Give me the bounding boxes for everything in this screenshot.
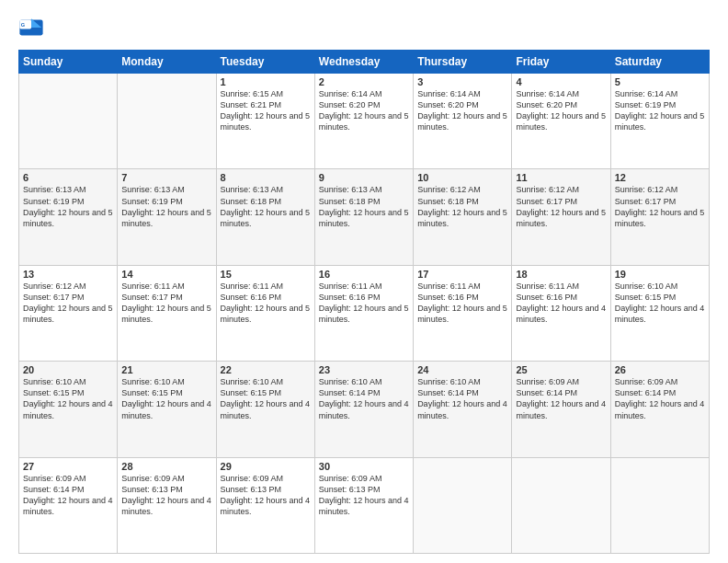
day-number: 10 [417,172,507,183]
day-info: Sunrise: 6:11 AM Sunset: 6:16 PM Dayligh… [417,281,507,326]
day-cell: 19Sunrise: 6:10 AM Sunset: 6:15 PM Dayli… [610,265,709,361]
day-cell: 17Sunrise: 6:11 AM Sunset: 6:16 PM Dayli… [414,265,512,361]
day-info: Sunrise: 6:14 AM Sunset: 6:20 PM Dayligh… [516,88,606,133]
day-info: Sunrise: 6:10 AM Sunset: 6:14 PM Dayligh… [417,376,507,421]
day-cell [19,74,118,169]
day-cell: 9Sunrise: 6:13 AM Sunset: 6:18 PM Daylig… [314,169,413,265]
day-cell: 7Sunrise: 6:13 AM Sunset: 6:19 PM Daylig… [118,169,216,265]
day-number: 6 [23,172,113,183]
day-number: 13 [23,269,113,280]
day-number: 18 [516,269,606,280]
day-number: 20 [23,364,113,375]
day-cell: 22Sunrise: 6:10 AM Sunset: 6:15 PM Dayli… [216,362,314,457]
day-number: 16 [319,269,409,280]
calendar-body: 1Sunrise: 6:15 AM Sunset: 6:21 PM Daylig… [19,74,710,554]
header: G [18,15,710,40]
day-info: Sunrise: 6:11 AM Sunset: 6:16 PM Dayligh… [319,281,409,326]
calendar-header: SundayMondayTuesdayWednesdayThursdayFrid… [19,51,710,74]
day-info: Sunrise: 6:10 AM Sunset: 6:15 PM Dayligh… [615,281,705,326]
day-info: Sunrise: 6:10 AM Sunset: 6:15 PM Dayligh… [221,376,311,421]
day-cell: 13Sunrise: 6:12 AM Sunset: 6:17 PM Dayli… [19,265,118,361]
day-number: 25 [516,364,606,375]
day-info: Sunrise: 6:12 AM Sunset: 6:17 PM Dayligh… [23,281,113,326]
day-cell [118,74,216,169]
day-info: Sunrise: 6:12 AM Sunset: 6:17 PM Dayligh… [615,184,705,229]
day-info: Sunrise: 6:10 AM Sunset: 6:15 PM Dayligh… [23,376,113,421]
day-cell: 1Sunrise: 6:15 AM Sunset: 6:21 PM Daylig… [216,74,314,169]
day-info: Sunrise: 6:11 AM Sunset: 6:17 PM Dayligh… [121,281,211,326]
day-info: Sunrise: 6:09 AM Sunset: 6:13 PM Dayligh… [121,473,211,518]
day-info: Sunrise: 6:13 AM Sunset: 6:18 PM Dayligh… [221,184,311,229]
day-cell [414,457,512,553]
week-row: 20Sunrise: 6:10 AM Sunset: 6:15 PM Dayli… [19,362,710,457]
day-number: 12 [615,172,705,183]
day-number: 23 [319,364,409,375]
week-row: 6Sunrise: 6:13 AM Sunset: 6:19 PM Daylig… [19,169,710,265]
day-info: Sunrise: 6:12 AM Sunset: 6:17 PM Dayligh… [516,184,606,229]
day-cell: 20Sunrise: 6:10 AM Sunset: 6:15 PM Dayli… [19,362,118,457]
day-info: Sunrise: 6:14 AM Sunset: 6:20 PM Dayligh… [319,88,409,133]
day-header-monday: Monday [118,51,216,74]
day-info: Sunrise: 6:14 AM Sunset: 6:19 PM Dayligh… [615,88,705,133]
day-number: 21 [121,364,211,375]
day-cell: 26Sunrise: 6:09 AM Sunset: 6:14 PM Dayli… [610,362,709,457]
day-number: 1 [221,76,311,87]
day-info: Sunrise: 6:12 AM Sunset: 6:18 PM Dayligh… [417,184,507,229]
day-cell: 14Sunrise: 6:11 AM Sunset: 6:17 PM Dayli… [118,265,216,361]
day-info: Sunrise: 6:10 AM Sunset: 6:15 PM Dayligh… [121,376,211,421]
week-row: 27Sunrise: 6:09 AM Sunset: 6:14 PM Dayli… [19,457,710,553]
day-info: Sunrise: 6:09 AM Sunset: 6:14 PM Dayligh… [23,473,113,518]
day-number: 26 [615,364,705,375]
day-cell: 15Sunrise: 6:11 AM Sunset: 6:16 PM Dayli… [216,265,314,361]
day-info: Sunrise: 6:09 AM Sunset: 6:14 PM Dayligh… [516,376,606,421]
day-number: 30 [319,461,409,472]
day-header-friday: Friday [512,51,610,74]
day-cell: 11Sunrise: 6:12 AM Sunset: 6:17 PM Dayli… [512,169,610,265]
day-number: 14 [121,269,211,280]
day-cell: 27Sunrise: 6:09 AM Sunset: 6:14 PM Dayli… [19,457,118,553]
day-cell: 28Sunrise: 6:09 AM Sunset: 6:13 PM Dayli… [118,457,216,553]
week-row: 13Sunrise: 6:12 AM Sunset: 6:17 PM Dayli… [19,265,710,361]
day-info: Sunrise: 6:13 AM Sunset: 6:19 PM Dayligh… [23,184,113,229]
day-cell: 30Sunrise: 6:09 AM Sunset: 6:13 PM Dayli… [314,457,413,553]
day-cell: 21Sunrise: 6:10 AM Sunset: 6:15 PM Dayli… [118,362,216,457]
day-number: 28 [121,461,211,472]
day-number: 11 [516,172,606,183]
day-number: 9 [319,172,409,183]
day-number: 7 [121,172,211,183]
day-cell: 24Sunrise: 6:10 AM Sunset: 6:14 PM Dayli… [414,362,512,457]
day-cell: 4Sunrise: 6:14 AM Sunset: 6:20 PM Daylig… [512,74,610,169]
logo-icon: G [18,15,44,40]
day-cell: 25Sunrise: 6:09 AM Sunset: 6:14 PM Dayli… [512,362,610,457]
day-cell: 12Sunrise: 6:12 AM Sunset: 6:17 PM Dayli… [610,169,709,265]
day-number: 8 [221,172,311,183]
day-number: 29 [221,461,311,472]
day-cell: 18Sunrise: 6:11 AM Sunset: 6:16 PM Dayli… [512,265,610,361]
day-number: 4 [516,76,606,87]
day-cell [512,457,610,553]
day-info: Sunrise: 6:09 AM Sunset: 6:14 PM Dayligh… [615,376,705,421]
day-info: Sunrise: 6:10 AM Sunset: 6:14 PM Dayligh… [319,376,409,421]
day-number: 24 [417,364,507,375]
day-info: Sunrise: 6:11 AM Sunset: 6:16 PM Dayligh… [516,281,606,326]
day-info: Sunrise: 6:15 AM Sunset: 6:21 PM Dayligh… [221,88,311,133]
logo: G [18,15,46,40]
day-info: Sunrise: 6:13 AM Sunset: 6:18 PM Dayligh… [319,184,409,229]
day-cell: 23Sunrise: 6:10 AM Sunset: 6:14 PM Dayli… [314,362,413,457]
day-info: Sunrise: 6:13 AM Sunset: 6:19 PM Dayligh… [121,184,211,229]
day-cell: 6Sunrise: 6:13 AM Sunset: 6:19 PM Daylig… [19,169,118,265]
day-number: 5 [615,76,705,87]
day-header-tuesday: Tuesday [216,51,314,74]
day-number: 22 [221,364,311,375]
day-cell: 2Sunrise: 6:14 AM Sunset: 6:20 PM Daylig… [314,74,413,169]
day-number: 15 [221,269,311,280]
day-cell: 3Sunrise: 6:14 AM Sunset: 6:20 PM Daylig… [414,74,512,169]
day-number: 19 [615,269,705,280]
day-cell: 29Sunrise: 6:09 AM Sunset: 6:13 PM Dayli… [216,457,314,553]
day-cell: 16Sunrise: 6:11 AM Sunset: 6:16 PM Dayli… [314,265,413,361]
day-info: Sunrise: 6:09 AM Sunset: 6:13 PM Dayligh… [221,473,311,518]
day-info: Sunrise: 6:14 AM Sunset: 6:20 PM Dayligh… [417,88,507,133]
day-number: 2 [319,76,409,87]
page: G SundayMondayTuesdayWednesdayThursdayFr… [0,0,728,563]
week-row: 1Sunrise: 6:15 AM Sunset: 6:21 PM Daylig… [19,74,710,169]
